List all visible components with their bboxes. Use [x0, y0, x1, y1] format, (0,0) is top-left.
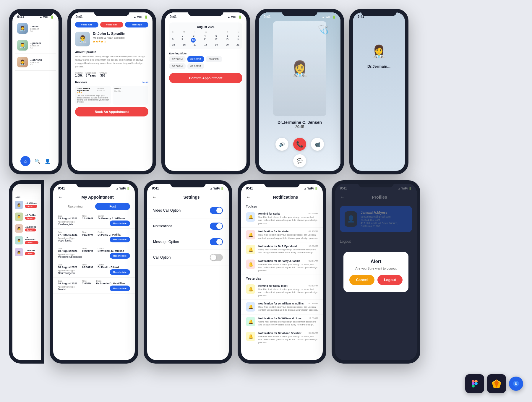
notification-icon: 🔔	[246, 332, 255, 341]
time-value: 7:00PM	[82, 282, 92, 285]
notification-time: 11:53AM	[309, 317, 318, 320]
back-button[interactable]: ←	[152, 194, 157, 200]
book-appointment-button[interactable]: Book An Appointment	[75, 107, 148, 116]
tab-upcoming[interactable]: Upcoming	[58, 203, 93, 210]
alert-overlay: Alert Are you Sure want to Logout Cancel…	[335, 184, 417, 360]
partial-list-item: 👩 ...C. Balling Cancel	[15, 224, 38, 233]
setting-label: Call Option	[153, 255, 171, 260]
cancel-button-partial[interactable]: Cancel	[25, 217, 35, 220]
doctor-name: ...pencer	[30, 42, 54, 45]
phone-screen: 9:41 ▲ WiFi 🔋 ← My Appointment Upcoming …	[53, 184, 135, 360]
appt-time-field: Time 7:00PM	[82, 280, 92, 285]
doctor-list-item[interactable]: 👩‍⚕️ ...ohnson Specialist AM	[15, 54, 56, 71]
phone-notifications: 9:41 ▲ WiFi 🔋 ← Notifications Todays 🔔 R…	[238, 180, 326, 364]
svg-point-4	[472, 385, 475, 388]
date-label: Date	[58, 231, 77, 233]
cancel-button-partial[interactable]: Cancel	[25, 228, 36, 231]
reschedule-button[interactable]: Reschedule	[110, 221, 130, 226]
notifications-header: ← Notifications	[241, 192, 323, 203]
cancel-button-partial[interactable]: Cancel	[25, 241, 38, 244]
reschedule-button[interactable]: Reschedule	[110, 286, 130, 291]
review-time: 02:45PM, August 10	[97, 88, 109, 91]
reschedule-button[interactable]: Reschedule	[110, 237, 130, 242]
notification-name: Notification for Dr.Marie	[258, 230, 288, 233]
end-call-button[interactable]: 📞	[293, 138, 306, 151]
message-btn[interactable]: Message	[125, 22, 148, 27]
toggle-knob	[216, 208, 222, 213]
mute-button[interactable]: 🔊	[275, 138, 288, 151]
chat-button[interactable]: 💬	[293, 154, 306, 167]
phone-screen: 9:41 👩‍⚕️ Dr.Jermain...	[353, 12, 405, 171]
camera-button[interactable]: 📹	[311, 138, 324, 151]
notifications-title: Notifications	[253, 195, 318, 200]
confirm-appointment-button[interactable]: Confirm Appointment	[169, 73, 242, 83]
phone-doctor-detail: 9:41 ▲ WiFi 🔋 Video Call Video Call Mess…	[67, 9, 156, 174]
date-label: Date	[58, 247, 77, 249]
doctor-name: Dr.John L. Spradlin	[93, 32, 125, 36]
cancel-button-partial[interactable]: Cancel	[25, 205, 37, 208]
alert-text: Are you Sure want to Logout	[349, 267, 403, 270]
notif-name-row: Notification for Dr.William M.Mullins 05…	[258, 302, 318, 305]
partial-avatar: 👩	[15, 201, 23, 209]
cancel-button[interactable]: Cancel	[349, 275, 374, 285]
call-toggle[interactable]	[210, 254, 223, 261]
profile-icon[interactable]: 👤	[45, 158, 51, 164]
notif-name-row: Notification for Dr.Vihaan Shekhar 09:53…	[258, 332, 318, 335]
notifications-yesterday-label: Yesterday	[241, 275, 323, 282]
notification-item: 🔔 Notification for Dr.F. Bjorklund 10:03…	[241, 242, 323, 257]
bottom-row: ...ost 👩 ...J. Williams Cancel 👨 ...J. P…	[0, 177, 532, 372]
partial-name: ...J.Padilla	[25, 249, 35, 252]
phone-notch	[18, 9, 53, 16]
time-slot[interactable]: 08:00PM	[206, 56, 222, 62]
type-value: Psychiatrist	[58, 239, 74, 242]
back-button[interactable]: ←	[58, 194, 63, 200]
stat-label: Experience	[85, 72, 96, 74]
appointment-tabs: Upcoming Post	[53, 203, 135, 210]
time-slot[interactable]: 08:30PM	[169, 63, 186, 69]
time-slot[interactable]: 09:00PM	[187, 63, 204, 69]
message-toggle[interactable]	[210, 238, 223, 245]
time-label: Time	[82, 280, 92, 282]
time-slot-selected[interactable]: 07:30PM	[187, 56, 204, 62]
appt-top-row: Date 03 August 2021 Time 10:45AM Doctor …	[58, 215, 130, 220]
phone-notch	[170, 180, 206, 187]
video-call-toggle[interactable]	[210, 207, 223, 214]
settings-item-video-call: Video Call Option	[147, 203, 229, 218]
doctor-label: Doctor	[96, 280, 125, 282]
notification-item: 🔔 Remind for Serial most 07:12PM Use fil…	[241, 282, 323, 300]
call-controls: 🔊 📞 📹	[272, 134, 327, 154]
appt-date-field: Date 08 August 2021	[58, 264, 77, 269]
stat-reviews: Reviews 356	[99, 72, 106, 77]
vc-time: 9:41	[264, 15, 271, 19]
reschedule-button[interactable]: Reschedule	[110, 269, 130, 275]
notification-name: Remind for Serial most	[258, 284, 288, 287]
reschedule-button[interactable]: Reschedule	[110, 253, 130, 259]
review-text: Use fille...	[114, 90, 147, 92]
cancel-button-partial[interactable]: Cancel	[25, 252, 35, 255]
partial-list-item: 👩 ...J.Padilla Cancel	[15, 248, 38, 256]
setting-label: Message Option	[153, 240, 179, 244]
search-icon[interactable]: 🔍	[35, 158, 40, 164]
logout-button[interactable]: Logout	[377, 275, 403, 285]
review-name: Good Service Experiences	[77, 87, 97, 92]
notifications-toggle[interactable]	[210, 223, 223, 230]
video-call-btn2[interactable]: Video Call	[100, 22, 124, 27]
home-icon[interactable]: ⌂	[20, 156, 30, 166]
selected-date[interactable]: 10	[191, 38, 196, 43]
partial-name: ...J. Padilla	[25, 214, 35, 216]
notification-text: Real filler text it helps your design pr…	[258, 306, 318, 312]
video-call-btn[interactable]: Video Call	[75, 22, 98, 27]
reviews-list: Good Service Experiences 02:45PM, August…	[71, 86, 153, 105]
notification-content: Notification for Dr.Patsy J.Padilla 09:5…	[258, 260, 318, 272]
tab-post[interactable]: Post	[95, 203, 130, 210]
phone-screen: 9:41 ▲ WiFi 🔋 August 2021 SMTWTFS 234567…	[165, 12, 246, 171]
time-slot[interactable]: 07:00PM	[169, 56, 186, 62]
phone-screen: 9:41 ▲ WiFi 🔋 👩‍⚕️ 🩺 Dr.Jermaine C. Jens…	[259, 12, 340, 171]
status-time: 9:41	[152, 186, 159, 190]
see-all-link[interactable]: See All	[142, 81, 148, 83]
back-button[interactable]: ←	[246, 194, 251, 200]
evening-slots-label: Evening Slots	[169, 52, 242, 55]
doctor-list-item[interactable]: 👩‍⚕️ ...eman Specialist AM	[15, 20, 56, 37]
date-value: 08 August 2021	[58, 249, 77, 252]
doctor-list-item[interactable]: 👨‍⚕️ ...pencer Specialist AM	[15, 37, 56, 54]
